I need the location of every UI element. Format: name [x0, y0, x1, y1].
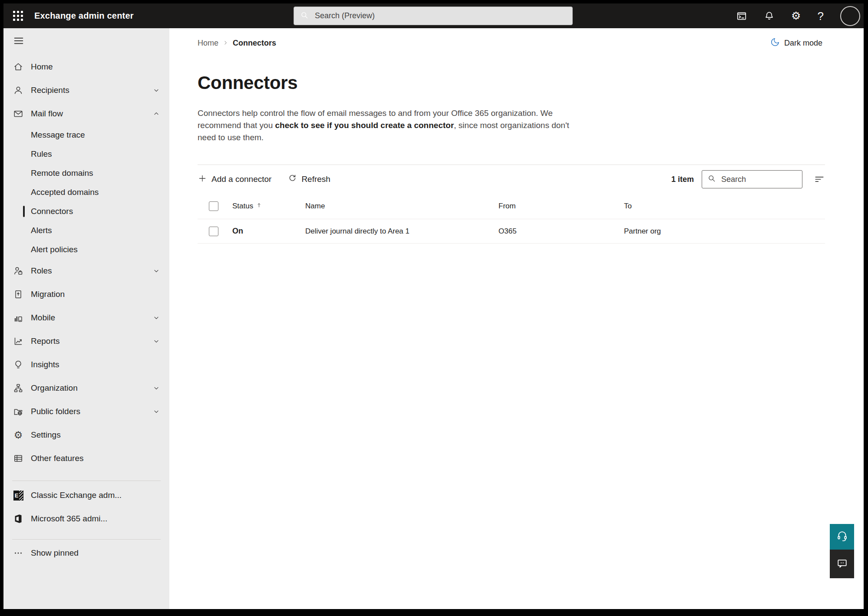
search-icon	[707, 174, 716, 184]
exchange-admin-window: Exchange admin center ⚙ ?	[3, 3, 864, 609]
app-launcher-icon[interactable]	[13, 11, 23, 21]
cell-status: On	[232, 227, 305, 236]
migration-icon	[13, 289, 24, 300]
sidebar-item-reports[interactable]: Reports	[3, 329, 169, 353]
home-icon	[13, 62, 24, 72]
sidebar-item-remote-domains[interactable]: Remote domains	[3, 164, 169, 183]
column-header-name[interactable]: Name	[305, 202, 498, 211]
column-header-status[interactable]: Status	[232, 202, 305, 211]
column-header-label: Status	[232, 202, 253, 211]
sidebar-item-label: Organization	[31, 383, 78, 393]
sidebar-item-label: Alerts	[31, 226, 52, 235]
hamburger-icon	[13, 35, 24, 49]
gear-icon: ⚙	[13, 430, 24, 440]
sidebar-item-label: Mail flow	[31, 109, 63, 119]
table-icon	[13, 453, 24, 464]
sidebar-item-microsoft-365[interactable]: Microsoft 365 admi...	[3, 507, 169, 530]
column-header-to[interactable]: To	[624, 202, 825, 211]
sidebar-item-label: Reports	[31, 336, 60, 346]
sidebar-item-label: Recipients	[31, 86, 69, 95]
sidebar-item-public-folders[interactable]: Public folders	[3, 400, 169, 423]
sidebar-item-label: Settings	[31, 430, 61, 440]
collapse-nav-button[interactable]	[3, 28, 169, 55]
sidebar-item-show-pinned[interactable]: Show pinned	[3, 541, 169, 565]
sidebar-item-other-features[interactable]: Other features	[3, 447, 169, 470]
gear-icon[interactable]: ⚙	[791, 10, 801, 21]
dark-mode-toggle[interactable]: Dark mode	[770, 37, 822, 49]
sidebar-item-alerts[interactable]: Alerts	[3, 221, 169, 240]
column-header-from[interactable]: From	[498, 202, 624, 211]
page-description: Connectors help control the flow of emai…	[198, 107, 571, 144]
row-checkbox[interactable]	[209, 227, 218, 236]
floating-button-stack	[830, 524, 854, 578]
avatar[interactable]	[840, 6, 860, 26]
sidebar-item-alert-policies[interactable]: Alert policies	[3, 240, 169, 259]
list-search-box[interactable]	[702, 170, 802, 188]
list-search-input[interactable]	[720, 175, 797, 184]
refresh-button[interactable]: Refresh	[288, 174, 330, 185]
sidebar-item-label: Rules	[31, 149, 52, 159]
left-nav-sidebar: Home Recipients Mail flow	[3, 28, 169, 609]
mail-icon	[13, 109, 24, 119]
breadcrumb-home-link[interactable]: Home	[198, 39, 218, 48]
sidebar-item-migration[interactable]: Migration	[3, 283, 169, 306]
sidebar-item-roles[interactable]: Roles	[3, 259, 169, 283]
chevron-down-icon	[153, 408, 160, 415]
sidebar-item-message-trace[interactable]: Message trace	[3, 125, 169, 145]
sidebar-item-recipients[interactable]: Recipients	[3, 79, 169, 102]
sidebar-item-settings[interactable]: ⚙ Settings	[3, 423, 169, 447]
filter-icon[interactable]	[814, 174, 825, 185]
classic-exchange-icon: E	[13, 491, 24, 501]
bell-icon[interactable]	[764, 10, 775, 21]
terminal-icon[interactable]	[736, 10, 747, 22]
sidebar-item-insights[interactable]: Insights	[3, 353, 169, 376]
column-header-label: Name	[305, 202, 325, 211]
help-support-button[interactable]	[830, 524, 854, 550]
column-header-label: From	[498, 202, 516, 211]
breadcrumb-current: Connectors	[233, 39, 276, 48]
sidebar-item-label: Remote domains	[31, 168, 93, 178]
chat-feedback-icon	[836, 557, 848, 571]
global-search-input[interactable]	[314, 11, 566, 21]
global-search-box[interactable]	[294, 7, 573, 25]
dark-mode-label: Dark mode	[784, 39, 822, 48]
sidebar-item-label: Mobile	[31, 313, 55, 323]
table-row[interactable]: On Deliver journal directly to Area 1 O3…	[198, 219, 825, 244]
sidebar-item-rules[interactable]: Rules	[3, 145, 169, 164]
sidebar-item-connectors[interactable]: Connectors	[3, 202, 169, 221]
table-header-row: Status Name From	[198, 194, 825, 219]
list-toolbar: Add a connector Refresh 1 item	[198, 165, 825, 194]
sidebar-item-accepted-domains[interactable]: Accepted domains	[3, 183, 169, 202]
description-link[interactable]: check to see if you should create a conn…	[275, 121, 454, 130]
sidebar-item-label: Other features	[31, 454, 83, 463]
sidebar-item-home[interactable]: Home	[3, 55, 169, 79]
sidebar-item-label: Roles	[31, 266, 52, 276]
sidebar-item-label: Insights	[31, 360, 59, 369]
top-app-bar: Exchange admin center ⚙ ?	[3, 3, 864, 28]
sidebar-item-classic-exchange[interactable]: E Classic Exchange adm...	[3, 484, 169, 507]
topbar-icon-group: ⚙ ?	[736, 6, 860, 26]
breadcrumb: Home Connectors	[198, 39, 276, 48]
app-title: Exchange admin center	[34, 11, 134, 21]
select-all-checkbox[interactable]	[209, 201, 218, 211]
help-icon[interactable]: ?	[818, 10, 824, 22]
sidebar-item-mobile[interactable]: Mobile	[3, 306, 169, 329]
feedback-button[interactable]	[830, 550, 854, 578]
add-connector-button[interactable]: Add a connector	[198, 174, 271, 185]
sidebar-item-mail-flow[interactable]: Mail flow	[3, 102, 169, 125]
chevron-up-icon	[153, 110, 160, 117]
connectors-table: Status Name From	[198, 194, 825, 244]
sidebar-item-label: Connectors	[31, 207, 73, 216]
person-icon	[13, 85, 24, 96]
sidebar-item-label: Alert policies	[31, 245, 78, 254]
cell-name[interactable]: Deliver journal directly to Area 1	[305, 227, 498, 236]
lightbulb-icon	[13, 359, 24, 370]
sort-ascending-icon	[256, 202, 262, 211]
page-title: Connectors	[198, 72, 864, 93]
more-icon	[13, 548, 24, 558]
sidebar-item-organization[interactable]: Organization	[3, 376, 169, 400]
connectors-list-section: Add a connector Refresh 1 item	[198, 165, 825, 244]
folder-globe-icon	[13, 406, 24, 417]
sidebar-item-label: Message trace	[31, 130, 85, 140]
moon-icon	[770, 37, 780, 49]
